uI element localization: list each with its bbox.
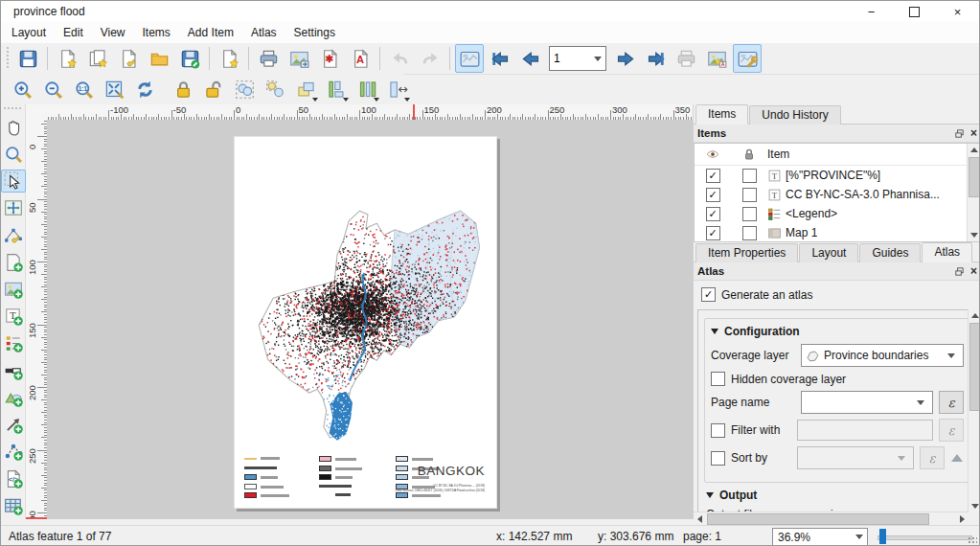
menu-item-layout[interactable]: Layout [3, 23, 55, 42]
scroll-right-icon[interactable] [956, 512, 969, 525]
preview-atlas-button[interactable] [455, 44, 484, 73]
add-picture-button[interactable] [1, 278, 26, 301]
distribute-items-button[interactable] [353, 75, 381, 103]
items-list-row[interactable]: <Legend> [695, 204, 980, 223]
visibility-checkbox[interactable] [706, 169, 720, 183]
add-shape-button[interactable] [1, 386, 26, 409]
atlas-horizontal-scrollbar[interactable] [694, 512, 969, 525]
lock-checkbox[interactable] [742, 169, 757, 183]
maximize-button[interactable] [893, 1, 936, 22]
visibility-checkbox[interactable] [706, 226, 720, 240]
scroll-down-icon[interactable] [969, 500, 980, 512]
raise-items-button[interactable] [291, 75, 320, 103]
layout-manager-button[interactable] [114, 44, 143, 73]
layout-canvas[interactable]: BANGKOK CC BY-NC-SA-3.0 Phannisa ... (20… [47, 120, 693, 519]
add-page-button[interactable] [1, 251, 26, 274]
refresh-view-button[interactable] [130, 75, 159, 103]
zoom-full-button[interactable] [100, 75, 128, 103]
next-feature-button[interactable] [610, 44, 639, 73]
menu-item-settings[interactable]: Settings [285, 23, 344, 42]
new-layout-button[interactable] [53, 44, 81, 73]
menu-item-items[interactable]: Items [134, 23, 179, 42]
sort-by-checkbox[interactable] [711, 451, 725, 466]
hidden-coverage-checkbox[interactable] [711, 372, 725, 386]
edit-nodes-item-button[interactable] [1, 224, 26, 247]
menu-item-view[interactable]: View [92, 23, 134, 42]
configuration-heading[interactable]: Configuration [711, 325, 964, 338]
add-legend-button[interactable] [1, 331, 26, 354]
add-html-button[interactable]: </> [1, 466, 26, 489]
save-project-button[interactable] [13, 44, 42, 73]
lock-checkbox[interactable] [742, 188, 757, 202]
tab-atlas[interactable]: Atlas [922, 242, 972, 262]
items-scrollbar[interactable] [967, 144, 980, 241]
move-item-content-button[interactable] [1, 196, 26, 219]
resize-grip[interactable] [968, 536, 977, 546]
close-button[interactable]: × [936, 1, 979, 22]
previous-feature-button[interactable] [516, 44, 545, 73]
scroll-left-icon[interactable] [694, 512, 706, 525]
add-node-item-button[interactable] [1, 440, 26, 463]
add-scalebar-button[interactable] [1, 359, 26, 382]
first-feature-button[interactable] [486, 44, 514, 73]
coverage-layer-select[interactable]: Province boundaries [801, 344, 964, 367]
layout-page[interactable]: BANGKOK CC BY-NC-SA-3.0 Phannisa ... (20… [234, 136, 497, 509]
menu-item-add-item[interactable]: Add Item [179, 23, 242, 42]
add-label-button[interactable]: T [1, 305, 26, 328]
export-atlas-button[interactable]: A [702, 44, 731, 73]
lock-checkbox[interactable] [742, 207, 757, 221]
zoom-tool-button[interactable] [1, 143, 26, 166]
output-heading[interactable]: Output [706, 489, 969, 502]
close-panel-icon[interactable]: × [970, 126, 977, 140]
lock-checkbox[interactable] [742, 226, 757, 240]
zoom-in-button[interactable] [8, 75, 36, 103]
print-layout-button[interactable] [254, 44, 283, 73]
duplicate-layout-button[interactable] [83, 44, 112, 73]
tab-guides[interactable]: Guides [859, 243, 921, 262]
ungroup-items-button[interactable] [261, 75, 289, 103]
tab-undo-history[interactable]: Undo History [749, 105, 840, 125]
atlas-settings-button[interactable] [733, 44, 762, 73]
add-table-button[interactable] [1, 494, 26, 517]
scrollbar-thumb[interactable] [969, 323, 980, 411]
atlas-vertical-scrollbar[interactable] [968, 309, 980, 512]
items-list-row[interactable]: TCC BY-NC-SA-3.0 Phannisa... [695, 185, 980, 204]
pan-layout-button[interactable] [1, 116, 26, 139]
atlas-feature-input[interactable] [550, 51, 590, 66]
page-name-expression-button[interactable]: ε [939, 391, 964, 414]
zoom-slider-track[interactable] [877, 535, 972, 540]
select-move-item-button[interactable] [1, 170, 26, 193]
scroll-up-icon[interactable] [969, 309, 980, 322]
float-panel-icon[interactable] [954, 266, 965, 277]
group-items-button[interactable] [230, 75, 259, 103]
scroll-down-icon[interactable] [968, 229, 980, 241]
last-feature-button[interactable] [641, 44, 670, 73]
scrollbar-thumb[interactable] [707, 513, 929, 525]
zoom-out-button[interactable] [38, 75, 67, 103]
atlas-feature-combo[interactable] [549, 46, 606, 71]
minimize-button[interactable]: − [850, 1, 893, 22]
scrollbar-thumb[interactable] [969, 157, 980, 197]
align-items-button[interactable] [322, 75, 351, 103]
resize-items-button[interactable] [383, 75, 412, 103]
map-title-label[interactable]: BANGKOK [418, 464, 485, 478]
map-item[interactable] [240, 183, 493, 453]
zoom-actual-button[interactable]: 1:1 [69, 75, 98, 103]
menu-item-atlas[interactable]: Atlas [242, 23, 285, 42]
unlock-items-button[interactable] [199, 75, 228, 103]
export-as-pdf-button[interactable]: A [346, 44, 375, 73]
tab-layout[interactable]: Layout [799, 243, 858, 262]
export-as-image-button[interactable] [285, 44, 313, 73]
new-layout-from-template-button[interactable] [215, 44, 243, 73]
toolbar-grip[interactable] [4, 107, 23, 112]
page-name-select[interactable] [801, 391, 933, 414]
scroll-up-icon[interactable] [968, 144, 980, 156]
visibility-checkbox[interactable] [706, 207, 720, 221]
tab-item-properties[interactable]: Item Properties [695, 243, 798, 262]
menu-item-edit[interactable]: Edit [55, 23, 92, 42]
lock-items-button[interactable] [169, 75, 197, 103]
visibility-checkbox[interactable] [706, 188, 720, 202]
generate-atlas-checkbox[interactable] [701, 287, 716, 302]
zoom-slider-handle[interactable] [879, 529, 886, 544]
zoom-level-select[interactable]: 36.9% [772, 528, 868, 546]
